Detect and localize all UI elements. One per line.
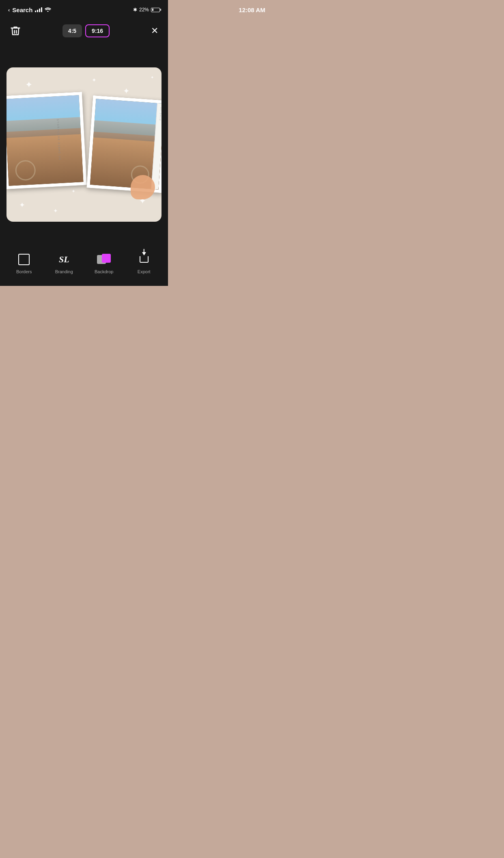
star-decoration: ✦ (53, 207, 58, 214)
canvas-area: ✦ ✦ ✦ ✦ ✦ ✦ ✦ ✦ ✦ ✦ ✦ ✦ ✦ ✦ STORYLUXE 21… (0, 44, 168, 245)
wifi-icon (45, 7, 51, 13)
borders-icon (17, 252, 31, 267)
status-bar: ‹ Search 12:08 AM ✱ 22% (0, 0, 168, 18)
bottom-toolbar: Borders SL Branding Backdrop Export (0, 245, 168, 286)
export-label: Export (138, 269, 151, 274)
star-decoration: ✦ (92, 77, 97, 83)
aspect-9-16-button[interactable]: 9:16 (85, 24, 110, 37)
aspect-4-5-button[interactable]: 4:5 (62, 24, 82, 37)
aspect-ratio-controls: 4:5 9:16 (62, 24, 110, 37)
canvas-frame: ✦ ✦ ✦ ✦ ✦ ✦ ✦ ✦ ✦ ✦ ✦ ✦ ✦ ✦ STORYLUXE 21… (6, 67, 162, 222)
branding-label: Branding (55, 269, 73, 274)
star-decoration: ✦ (151, 75, 154, 80)
borders-label: Borders (16, 269, 32, 274)
star-decoration: ✦ (123, 86, 130, 96)
star-decoration: ✦ (25, 80, 32, 90)
branding-icon: SL (57, 252, 71, 267)
delete-button[interactable] (10, 25, 21, 37)
photo-left[interactable]: STORYLUXE 21SHC-10 (6, 92, 87, 189)
backdrop-icon (97, 252, 111, 267)
branding-tool[interactable]: SL Branding (44, 252, 84, 274)
film-text: 31HC-10 (159, 106, 162, 120)
photo-image-right (90, 99, 162, 189)
backdrop-label: Backdrop (95, 269, 113, 274)
back-label[interactable]: Search (12, 6, 32, 13)
star-decoration: ✦ (19, 201, 25, 210)
bluetooth-icon: ✱ (133, 7, 137, 13)
signal-bars-icon (35, 7, 42, 12)
status-left: ‹ Search (8, 6, 51, 13)
backdrop-tool[interactable]: Backdrop (84, 252, 124, 274)
sl-monogram: SL (59, 254, 69, 265)
close-button[interactable]: ✕ (151, 26, 158, 36)
export-icon (137, 252, 151, 267)
status-right: ✱ 22% (133, 7, 160, 13)
battery-percent: 22% (139, 7, 149, 13)
toolbar-left (10, 25, 21, 37)
battery-icon (151, 8, 160, 12)
star-decoration: ✦ (71, 188, 75, 194)
back-chevron-icon[interactable]: ‹ (8, 7, 10, 13)
export-tool[interactable]: Export (124, 252, 164, 274)
borders-tool[interactable]: Borders (4, 252, 44, 274)
photo-image-left (6, 95, 83, 186)
blob-decoration (131, 175, 155, 199)
app-toolbar: 4:5 9:16 ✕ (0, 18, 168, 44)
